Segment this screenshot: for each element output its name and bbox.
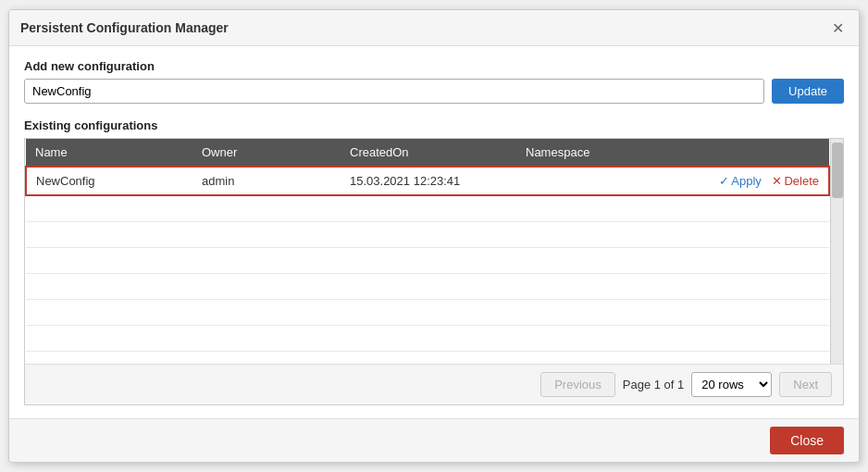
- close-button[interactable]: Close: [770, 427, 844, 454]
- table-body: NewConfig admin 15.03.2021 12:23:41 Appl…: [26, 167, 829, 364]
- config-table: Name Owner CreatedOn Namespace NewConfig…: [25, 139, 830, 364]
- pagination-bar: Previous Page 1 of 1 10 rows 20 rows 50 …: [25, 364, 843, 404]
- empty-row-2: [26, 221, 829, 247]
- existing-config-label: Existing configurations: [24, 118, 844, 132]
- empty-row-7: [26, 351, 829, 364]
- dialog: Persistent Configuration Manager ✕ Add n…: [8, 9, 860, 463]
- col-createdon: CreatedOn: [341, 139, 516, 167]
- cell-namespace: [516, 167, 664, 195]
- table-with-scroll: Name Owner CreatedOn Namespace NewConfig…: [25, 139, 843, 364]
- apply-button[interactable]: Apply: [719, 174, 762, 188]
- config-table-container: Name Owner CreatedOn Namespace NewConfig…: [24, 138, 844, 405]
- config-name-input[interactable]: [24, 79, 764, 104]
- add-config-label: Add new configuration: [24, 59, 844, 73]
- empty-row-4: [26, 273, 829, 299]
- dialog-close-icon-button[interactable]: ✕: [827, 18, 848, 38]
- delete-button[interactable]: Delete: [772, 174, 819, 188]
- page-info: Page 1 of 1: [623, 378, 685, 391]
- dialog-header: Persistent Configuration Manager ✕: [9, 10, 859, 46]
- empty-row-5: [26, 299, 829, 325]
- empty-row-6: [26, 325, 829, 351]
- dialog-footer: Close: [9, 418, 859, 462]
- cell-createdon: 15.03.2021 12:23:41: [341, 167, 516, 195]
- table-head: Name Owner CreatedOn Namespace: [26, 139, 829, 167]
- next-button[interactable]: Next: [779, 372, 832, 397]
- col-actions: [664, 139, 829, 167]
- rows-per-page-select[interactable]: 10 rows 20 rows 50 rows 100 rows: [691, 372, 772, 397]
- previous-button[interactable]: Previous: [540, 372, 615, 397]
- col-namespace: Namespace: [516, 139, 664, 167]
- scrollbar-thumb: [832, 143, 843, 198]
- cell-actions: Apply Delete: [664, 167, 829, 195]
- dialog-body: Add new configuration Update Existing co…: [9, 46, 859, 418]
- cell-owner: admin: [192, 167, 341, 195]
- table-row: NewConfig admin 15.03.2021 12:23:41 Appl…: [26, 167, 829, 195]
- table-header-row: Name Owner CreatedOn Namespace: [26, 139, 829, 167]
- empty-row-1: [26, 195, 829, 221]
- col-owner: Owner: [192, 139, 341, 167]
- dialog-title: Persistent Configuration Manager: [20, 20, 229, 35]
- update-button[interactable]: Update: [772, 79, 844, 104]
- cell-name: NewConfig: [26, 167, 192, 195]
- scrollbar[interactable]: [830, 139, 843, 364]
- empty-row-3: [26, 247, 829, 273]
- table-scroll-area[interactable]: Name Owner CreatedOn Namespace NewConfig…: [25, 139, 830, 364]
- add-config-row: Update: [24, 79, 844, 104]
- col-name: Name: [26, 139, 192, 167]
